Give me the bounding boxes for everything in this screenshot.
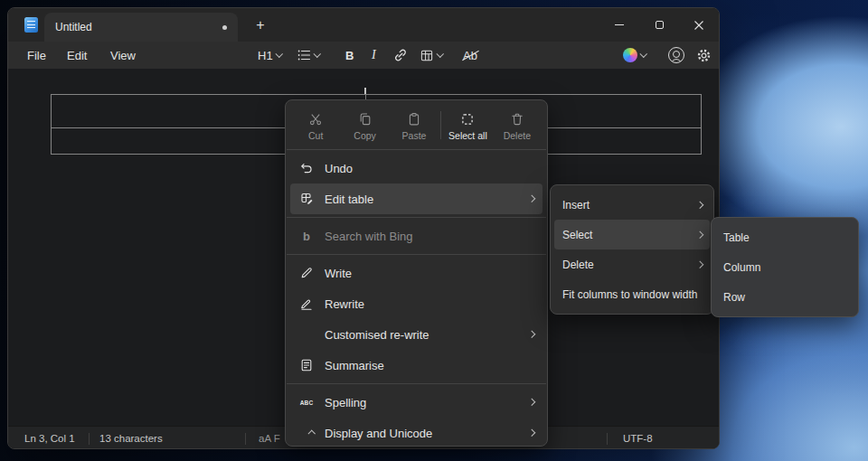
window-controls — [599, 8, 719, 42]
chevron-right-icon — [695, 261, 703, 268]
account-icon — [668, 47, 684, 63]
submenu-item-row[interactable]: Row — [715, 282, 854, 312]
delete-icon — [510, 112, 524, 127]
list-dropdown[interactable] — [297, 42, 320, 69]
maximize-icon — [656, 21, 664, 29]
chevron-down-icon — [314, 51, 321, 58]
tab-untitled[interactable]: Untitled — [44, 13, 238, 42]
blank-icon — [299, 327, 314, 342]
submenu-item-column[interactable]: Column — [715, 252, 854, 282]
toolbar: File Edit View H1 B I — [8, 42, 719, 69]
chevron-down-icon — [275, 51, 282, 58]
minimize-icon — [615, 24, 624, 25]
italic-button[interactable]: I — [372, 42, 376, 69]
edit-table-submenu: Insert Select Delete Fit columns to wind… — [550, 184, 714, 315]
context-menu-button-row: Cut Copy Paste Select all — [286, 104, 547, 146]
statusbar-separator — [607, 433, 608, 445]
menu-item-display-and-unicode[interactable]: Display and Unicode — [290, 418, 542, 447]
chevron-down-icon — [640, 51, 647, 58]
copy-icon — [358, 112, 373, 127]
menu-view[interactable]: View — [107, 42, 139, 69]
menu-item-undo[interactable]: Undo — [290, 153, 542, 183]
menu-separator — [287, 149, 546, 150]
chevron-right-icon — [527, 331, 534, 338]
cut-button[interactable]: Cut — [291, 106, 340, 145]
submenu-item-table[interactable]: Table — [715, 222, 854, 252]
link-icon — [393, 48, 408, 62]
new-tab-button[interactable]: + — [249, 14, 272, 36]
cut-icon — [308, 112, 323, 127]
statusbar-fragment: aA F — [259, 433, 280, 444]
edit-table-icon — [299, 192, 314, 206]
menu-item-summarise[interactable]: Summarise — [290, 350, 542, 381]
heading-dropdown[interactable]: H1 — [258, 42, 281, 69]
bing-icon: b — [299, 229, 314, 243]
clear-formatting-button[interactable]: Ab — [463, 42, 477, 69]
copilot-dropdown[interactable] — [623, 42, 646, 69]
link-button[interactable] — [393, 42, 408, 69]
gear-icon — [696, 48, 712, 63]
select-submenu: Table Column Row — [711, 217, 859, 317]
bold-button[interactable]: B — [345, 42, 354, 69]
copy-button[interactable]: Copy — [340, 106, 389, 145]
menu-file[interactable]: File — [24, 42, 50, 69]
character-count: 13 characters — [99, 433, 163, 444]
title-bar: Untitled + — [8, 8, 719, 42]
close-icon — [694, 21, 703, 30]
spelling-icon: ABC — [299, 395, 314, 409]
statusbar-separator — [89, 433, 90, 445]
menu-item-customised-rewrite[interactable]: Customised re-write — [290, 319, 542, 350]
copilot-icon — [623, 48, 637, 62]
chevron-right-icon — [527, 429, 534, 437]
menu-separator — [287, 383, 546, 384]
select-all-button[interactable]: Select all — [443, 106, 492, 145]
cursor-position: Ln 3, Col 1 — [24, 433, 75, 444]
maximize-button[interactable] — [639, 8, 679, 42]
notepad-app-icon — [24, 17, 38, 33]
summarise-icon — [299, 358, 314, 372]
menu-item-edit-table[interactable]: Edit table — [290, 183, 542, 214]
paste-button[interactable]: Paste — [390, 106, 439, 145]
chevron-right-icon — [695, 202, 703, 209]
menu-edit[interactable]: Edit — [63, 42, 90, 69]
submenu-item-select[interactable]: Select — [554, 220, 710, 249]
unsaved-indicator-icon — [222, 25, 227, 30]
settings-button[interactable] — [696, 42, 712, 69]
account-button[interactable] — [668, 42, 684, 69]
paste-icon — [407, 112, 421, 127]
table-dropdown[interactable] — [420, 42, 443, 69]
context-menu: Cut Copy Paste Select all — [285, 99, 548, 447]
menu-item-rewrite[interactable]: Rewrite — [290, 288, 542, 319]
encoding-indicator: UTF-8 — [623, 433, 653, 444]
chevron-right-icon — [695, 231, 703, 239]
chevron-right-icon — [527, 195, 534, 202]
submenu-item-delete[interactable]: Delete — [554, 249, 710, 279]
desktop-wallpaper: Untitled + File Edit View H1 — [0, 0, 868, 461]
delete-button[interactable]: Delete — [493, 106, 542, 145]
statusbar-separator — [245, 433, 246, 445]
rewrite-icon — [299, 296, 314, 311]
submenu-item-fit-columns[interactable]: Fit columns to window width — [554, 279, 710, 309]
undo-icon — [299, 161, 314, 175]
table-icon — [420, 49, 434, 62]
menu-separator — [287, 254, 546, 255]
minimize-button[interactable] — [599, 8, 639, 42]
display-unicode-icon — [299, 426, 314, 440]
clear-formatting-icon: Ab — [463, 49, 477, 62]
button-row-separator — [440, 111, 441, 139]
list-icon — [297, 49, 311, 61]
menu-item-search-with-bing[interactable]: b Search with Bing — [290, 221, 542, 251]
menu-item-write[interactable]: Write — [290, 258, 542, 288]
submenu-item-insert[interactable]: Insert — [554, 190, 710, 220]
chevron-right-icon — [527, 399, 534, 406]
select-all-icon — [460, 112, 475, 127]
close-button[interactable] — [679, 8, 719, 42]
chevron-down-icon — [437, 51, 444, 58]
tab-title: Untitled — [55, 21, 92, 33]
write-icon — [299, 266, 314, 280]
menu-item-spelling[interactable]: ABC Spelling — [290, 387, 542, 418]
menu-separator — [287, 217, 546, 218]
